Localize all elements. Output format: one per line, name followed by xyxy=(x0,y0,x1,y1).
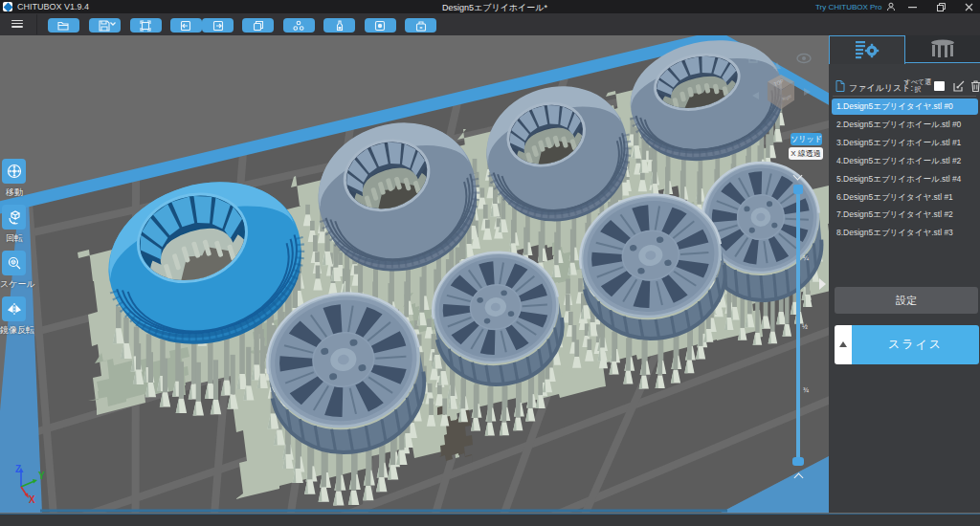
svg-text:Z: Z xyxy=(15,464,21,474)
svg-text:Y: Y xyxy=(38,471,45,481)
svg-text:X: X xyxy=(29,494,35,505)
